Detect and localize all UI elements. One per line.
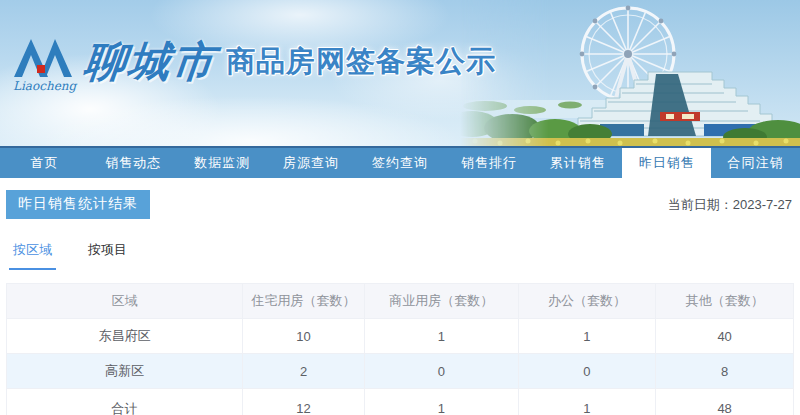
table-head: 区域住宅用房（套数）商业用房（套数）办公（套数）其他（套数） <box>7 284 794 319</box>
city-name-calligraphy: 聊城市 <box>81 34 219 90</box>
tab[interactable]: 按区域 <box>9 241 56 270</box>
banner-photo-ferris-wheel <box>460 0 800 146</box>
nav-item[interactable]: 数据监测 <box>178 148 267 178</box>
nav-item[interactable]: 昨日销售 <box>622 148 711 178</box>
liaocheng-logo: Liaocheng <box>12 29 78 95</box>
brand: Liaocheng 聊城市 商品房网签备案公示 <box>12 24 496 100</box>
table-row: 东昌府区101140 <box>7 319 794 354</box>
value-cell: 1 <box>518 319 656 354</box>
value-cell: 48 <box>656 389 794 415</box>
column-header: 区域 <box>7 284 243 319</box>
content: 昨日销售统计结果 当前日期：2023-7-27 按区域按项目 区域住宅用房（套数… <box>0 190 800 415</box>
nav-item[interactable]: 合同注销 <box>711 148 800 178</box>
sales-table: 区域住宅用房（套数）商业用房（套数）办公（套数）其他（套数） 东昌府区10114… <box>6 283 794 415</box>
section-title-badge: 昨日销售统计结果 <box>6 190 150 219</box>
current-date: 当前日期：2023-7-27 <box>668 196 794 214</box>
nav-item[interactable]: 销售排行 <box>444 148 533 178</box>
region-cell: 高新区 <box>7 354 243 389</box>
nav-item[interactable]: 销售动态 <box>89 148 178 178</box>
region-cell: 合计 <box>7 389 243 415</box>
nav-item[interactable]: 累计销售 <box>533 148 622 178</box>
logo-script-text: Liaocheng <box>13 79 77 93</box>
banner: Liaocheng 聊城市 商品房网签备案公示 <box>0 0 800 146</box>
table-header-row: 区域住宅用房（套数）商业用房（套数）办公（套数）其他（套数） <box>7 284 794 319</box>
value-cell: 2 <box>243 354 365 389</box>
site-title: 商品房网签备案公示 <box>226 42 496 82</box>
value-cell: 0 <box>518 354 656 389</box>
column-header: 住宅用房（套数） <box>243 284 365 319</box>
section-head: 昨日销售统计结果 当前日期：2023-7-27 <box>6 190 794 219</box>
column-header: 商业用房（套数） <box>365 284 518 319</box>
nav-item[interactable]: 首页 <box>0 148 89 178</box>
table-body: 东昌府区101140高新区2008合计121148 <box>7 319 794 415</box>
value-cell: 10 <box>243 319 365 354</box>
column-header: 其他（套数） <box>656 284 794 319</box>
nav-item[interactable]: 签约查询 <box>356 148 445 178</box>
nav-item[interactable]: 房源查询 <box>267 148 356 178</box>
flower-strip <box>460 138 800 146</box>
table-row: 合计121148 <box>7 389 794 415</box>
value-cell: 1 <box>518 389 656 415</box>
value-cell: 12 <box>243 389 365 415</box>
value-cell: 1 <box>365 389 518 415</box>
table-row: 高新区2008 <box>7 354 794 389</box>
value-cell: 40 <box>656 319 794 354</box>
tab[interactable]: 按项目 <box>84 241 131 270</box>
column-header: 办公（套数） <box>518 284 656 319</box>
value-cell: 0 <box>365 354 518 389</box>
value-cell: 8 <box>656 354 794 389</box>
view-tabs: 按区域按项目 <box>6 241 794 270</box>
region-cell: 东昌府区 <box>7 319 243 354</box>
main-nav: 首页销售动态数据监测房源查询签约查询销售排行累计销售昨日销售合同注销 <box>0 146 800 178</box>
page: Liaocheng 聊城市 商品房网签备案公示 首页销售动态数据监测房源查询签约… <box>0 0 800 415</box>
value-cell: 1 <box>365 319 518 354</box>
